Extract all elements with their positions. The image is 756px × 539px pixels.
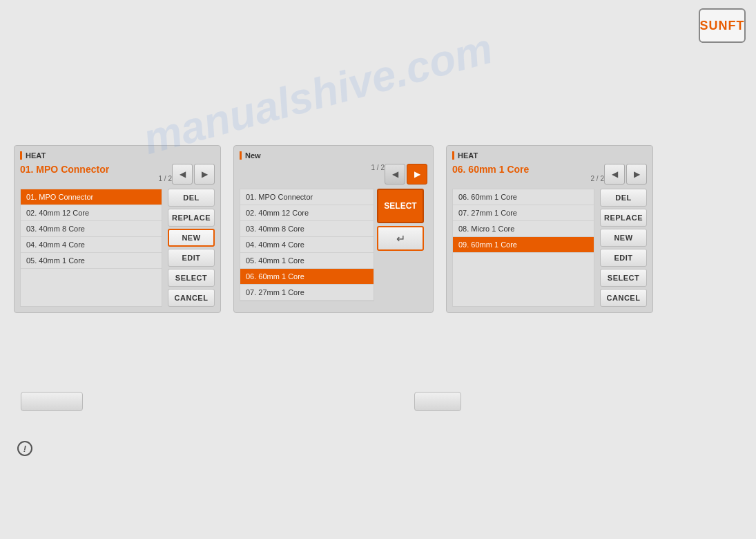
watermark: manualshive.com — [138, 23, 498, 164]
left-sidebar-buttons: DEL REPLACE NEW EDIT SELECT CANCEL — [168, 189, 215, 307]
middle-next-btn[interactable]: ▶ — [407, 164, 427, 185]
middle-nav-arrows: ◀ ▶ — [385, 164, 427, 185]
middle-back-button[interactable]: ↵ — [377, 226, 424, 251]
right-edit-button[interactable]: EDIT — [600, 249, 647, 267]
left-del-button[interactable]: DEL — [168, 189, 215, 207]
left-replace-button[interactable]: REPLACE — [168, 209, 215, 227]
left-panel-top-row: 01. MPO Connector 1 / 2 ◀ ▶ — [20, 164, 215, 185]
right-panel-body: 06. 60mm 1 Core 07. 27mm 1 Core 08. Micr… — [452, 189, 647, 307]
list-item[interactable]: 04. 40mm 4 Core — [240, 237, 374, 253]
right-sidebar-buttons: DEL REPLACE NEW EDIT SELECT CANCEL — [600, 189, 647, 307]
list-item[interactable]: 05. 40mm 1 Core — [21, 253, 162, 269]
right-prev-btn[interactable]: ◀ — [604, 164, 625, 185]
right-panel-nav: ◀ ▶ — [604, 164, 647, 185]
middle-panel: New 1 / 2 ◀ ▶ 01. MPO Connector 02. 40mm… — [233, 145, 434, 313]
logo-text: SUNFT — [700, 19, 745, 33]
list-item[interactable]: 06. 60mm 1 Core — [240, 269, 374, 285]
middle-select-button[interactable]: SELECT — [377, 189, 424, 223]
list-item[interactable]: 04. 40mm 4 Core — [21, 237, 162, 253]
right-panel-header: HEAT — [452, 151, 647, 160]
middle-list: 01. MPO Connector 02. 40mm 12 Core 03. 4… — [240, 189, 374, 301]
right-panel-title: 06. 60mm 1 Core — [452, 164, 604, 175]
right-list: 06. 60mm 1 Core 07. 27mm 1 Core 08. Micr… — [452, 189, 594, 307]
middle-panel-top-row: 1 / 2 ◀ ▶ — [240, 164, 427, 185]
list-item[interactable]: 02. 40mm 12 Core — [21, 205, 162, 221]
list-item[interactable]: 06. 60mm 1 Core — [453, 189, 594, 205]
middle-panel-page: 1 / 2 — [240, 164, 385, 171]
left-panel-body: 01. MPO Connector 02. 40mm 12 Core 03. 4… — [20, 189, 215, 307]
left-cancel-button[interactable]: CANCEL — [168, 289, 215, 307]
left-panel-title: 01. MPO Connector — [20, 164, 172, 175]
list-item[interactable]: 05. 40mm 1 Core — [240, 253, 374, 269]
list-item[interactable]: 08. Micro 1 Core — [453, 221, 594, 237]
list-item[interactable]: 03. 40mm 8 Core — [240, 221, 374, 237]
right-select-button[interactable]: SELECT — [600, 269, 647, 287]
panels-container: HEAT 01. MPO Connector 1 / 2 ◀ ▶ 01. MPO… — [14, 145, 653, 313]
bottom-middle-button[interactable] — [414, 392, 461, 411]
list-item[interactable]: 07. 27mm 1 Core — [240, 285, 374, 301]
left-panel-nav: ◀ ▶ — [172, 164, 215, 185]
left-edit-button[interactable]: EDIT — [168, 249, 215, 267]
left-panel-header: HEAT — [20, 151, 215, 160]
right-new-button[interactable]: NEW — [600, 229, 647, 247]
left-list: 01. MPO Connector 02. 40mm 12 Core 03. 4… — [20, 189, 162, 307]
right-next-btn[interactable]: ▶ — [626, 164, 647, 185]
left-panel-page: 1 / 2 — [20, 175, 172, 182]
right-panel-top-row: 06. 60mm 1 Core 2 / 2 ◀ ▶ — [452, 164, 647, 185]
info-icon: ! — [17, 441, 32, 456]
left-new-button[interactable]: NEW — [168, 229, 215, 247]
logo: SUNFT — [699, 8, 746, 43]
right-del-button[interactable]: DEL — [600, 189, 647, 207]
list-item[interactable]: 01. MPO Connector — [21, 189, 162, 205]
left-panel: HEAT 01. MPO Connector 1 / 2 ◀ ▶ 01. MPO… — [14, 145, 221, 313]
left-select-button[interactable]: SELECT — [168, 269, 215, 287]
middle-panel-header: New — [240, 151, 427, 160]
list-item[interactable]: 01. MPO Connector — [240, 189, 374, 205]
left-next-btn[interactable]: ▶ — [194, 164, 215, 185]
middle-panel-body: 01. MPO Connector 02. 40mm 12 Core 03. 4… — [240, 189, 427, 301]
right-panel: HEAT 06. 60mm 1 Core 2 / 2 ◀ ▶ 06. 60mm … — [446, 145, 653, 313]
left-prev-btn[interactable]: ◀ — [172, 164, 193, 185]
list-item[interactable]: 09. 60mm 1 Core — [453, 237, 594, 253]
list-item[interactable]: 07. 27mm 1 Core — [453, 205, 594, 221]
list-item[interactable]: 03. 40mm 8 Core — [21, 221, 162, 237]
list-item[interactable]: 02. 40mm 12 Core — [240, 205, 374, 221]
right-panel-page: 2 / 2 — [452, 175, 604, 182]
bottom-left-button[interactable] — [21, 392, 83, 411]
right-cancel-button[interactable]: CANCEL — [600, 289, 647, 307]
middle-prev-btn[interactable]: ◀ — [385, 164, 405, 185]
middle-action-buttons: SELECT ↵ — [377, 189, 424, 301]
right-replace-button[interactable]: REPLACE — [600, 209, 647, 227]
